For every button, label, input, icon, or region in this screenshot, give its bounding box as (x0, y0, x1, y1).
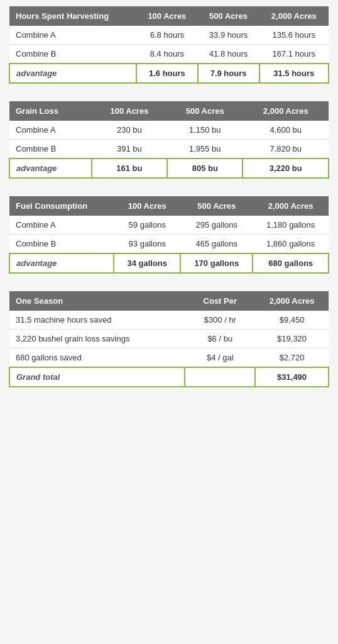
grain-combine-a-v2: 1,150 bu (167, 121, 243, 140)
grain-header-col2: 500 Acres (167, 101, 243, 121)
hours-advantage-row: advantage 1.6 hours 7.9 hours 31.5 hours (9, 64, 329, 83)
grain-table: Grain Loss 100 Acres 500 Acres 2,000 Acr… (9, 101, 329, 179)
fuel-combine-a-v1: 59 gallons (114, 216, 180, 235)
summary-row0-v2: $9,450 (255, 311, 329, 330)
grain-combine-b-v1: 391 bu (92, 140, 167, 159)
fuel-section: Fuel Consumption 100 Acres 500 Acres 2,0… (9, 196, 329, 274)
hours-advantage-v2: 7.9 hours (198, 64, 259, 83)
summary-section: One Season Cost Per 2,000 Acres 31.5 mac… (9, 291, 329, 387)
table-row: 31.5 machine hours saved $300 / hr $9,45… (9, 311, 329, 330)
fuel-advantage-row: advantage 34 gallons 170 gallons 680 gal… (9, 253, 329, 273)
table-row: Combine B 93 gallons 465 gallons 1,860 g… (9, 235, 329, 254)
summary-table: One Season Cost Per 2,000 Acres 31.5 mac… (9, 291, 329, 387)
fuel-combine-b-label: Combine B (9, 235, 114, 254)
table-row: Combine A 230 bu 1,150 bu 4,600 bu (9, 121, 329, 140)
grain-advantage-v2: 805 bu (167, 158, 243, 178)
grain-advantage-v1: 161 bu (92, 158, 167, 178)
fuel-advantage-v2: 170 gallons (180, 253, 253, 273)
summary-row0-v1: $300 / hr (185, 311, 255, 330)
grand-total-label: Grand total (9, 367, 185, 387)
hours-combine-b-v2: 41.8 hours (198, 45, 259, 64)
grain-combine-a-v1: 230 bu (92, 121, 167, 140)
table-row: Combine B 391 bu 1,955 bu 7,820 bu (9, 140, 329, 159)
table-row: 3,220 bushel grain loss savings $6 / bu … (9, 330, 329, 348)
fuel-combine-a-label: Combine A (9, 216, 114, 235)
table-row: Combine B 8.4 hours 41.8 hours 167.1 hou… (9, 45, 329, 64)
fuel-combine-a-v3: 1,180 gallons (253, 216, 329, 235)
grain-header-col3: 2,000 Acres (243, 101, 329, 121)
hours-advantage-v3: 31.5 hours (259, 64, 329, 83)
fuel-table: Fuel Consumption 100 Acres 500 Acres 2,0… (9, 196, 329, 274)
hours-combine-a-v3: 135.6 hours (259, 26, 329, 45)
grain-combine-b-label: Combine B (9, 140, 92, 159)
grand-total-row: Grand total $31,490 (9, 367, 329, 387)
fuel-header-col3: 2,000 Acres (253, 196, 329, 216)
grain-combine-a-label: Combine A (9, 121, 92, 140)
hours-header-label: Hours Spent Harvesting (9, 6, 136, 26)
summary-header-col1: Cost Per (185, 291, 255, 311)
fuel-advantage-v3: 680 gallons (253, 253, 329, 273)
table-row: Combine A 6.8 hours 33.9 hours 135.6 hou… (9, 26, 329, 45)
grain-advantage-row: advantage 161 bu 805 bu 3,220 bu (9, 158, 329, 178)
grand-total-v1 (185, 367, 255, 387)
summary-header-col2: 2,000 Acres (255, 291, 329, 311)
fuel-combine-a-v2: 295 gallons (180, 216, 253, 235)
hours-advantage-v1: 1.6 hours (136, 64, 197, 83)
hours-combine-b-label: Combine B (9, 45, 136, 64)
hours-combine-b-v1: 8.4 hours (136, 45, 197, 64)
fuel-combine-b-v2: 465 gallons (180, 235, 253, 254)
grand-total-v2: $31,490 (255, 367, 329, 387)
summary-row2-v1: $4 / gal (185, 348, 255, 368)
fuel-combine-b-v3: 1,860 gallons (253, 235, 329, 254)
grain-combine-b-v3: 7,820 bu (243, 140, 329, 159)
hours-combine-a-v1: 6.8 hours (136, 26, 197, 45)
fuel-header-col1: 100 Acres (114, 196, 180, 216)
summary-row2-label: 680 gallons saved (9, 348, 185, 368)
hours-combine-b-v3: 167.1 hours (259, 45, 329, 64)
summary-row2-v2: $2,720 (255, 348, 329, 368)
fuel-header-col2: 500 Acres (180, 196, 253, 216)
summary-row1-v2: $19,320 (255, 330, 329, 348)
hours-table: Hours Spent Harvesting 100 Acres 500 Acr… (9, 6, 329, 84)
grain-advantage-v3: 3,220 bu (243, 158, 329, 178)
hours-section: Hours Spent Harvesting 100 Acres 500 Acr… (9, 6, 329, 84)
hours-header-col1: 100 Acres (136, 6, 197, 26)
fuel-advantage-label: advantage (9, 253, 114, 273)
summary-row0-label: 31.5 machine hours saved (9, 311, 185, 330)
hours-combine-a-label: Combine A (9, 26, 136, 45)
fuel-advantage-v1: 34 gallons (114, 253, 180, 273)
fuel-combine-b-v1: 93 gallons (114, 235, 180, 254)
table-row: 680 gallons saved $4 / gal $2,720 (9, 348, 329, 368)
grain-advantage-label: advantage (9, 158, 92, 178)
grain-section: Grain Loss 100 Acres 500 Acres 2,000 Acr… (9, 101, 329, 179)
grain-header-col1: 100 Acres (92, 101, 167, 121)
grain-combine-a-v3: 4,600 bu (243, 121, 329, 140)
grain-header-label: Grain Loss (9, 101, 92, 121)
summary-header-label: One Season (9, 291, 185, 311)
fuel-header-label: Fuel Consumption (9, 196, 114, 216)
summary-row1-v1: $6 / bu (185, 330, 255, 348)
grain-combine-b-v2: 1,955 bu (167, 140, 243, 159)
hours-header-col2: 500 Acres (198, 6, 259, 26)
hours-combine-a-v2: 33.9 hours (198, 26, 259, 45)
hours-advantage-label: advantage (9, 64, 136, 83)
table-row: Combine A 59 gallons 295 gallons 1,180 g… (9, 216, 329, 235)
summary-row1-label: 3,220 bushel grain loss savings (9, 330, 185, 348)
hours-header-col3: 2,000 Acres (259, 6, 329, 26)
